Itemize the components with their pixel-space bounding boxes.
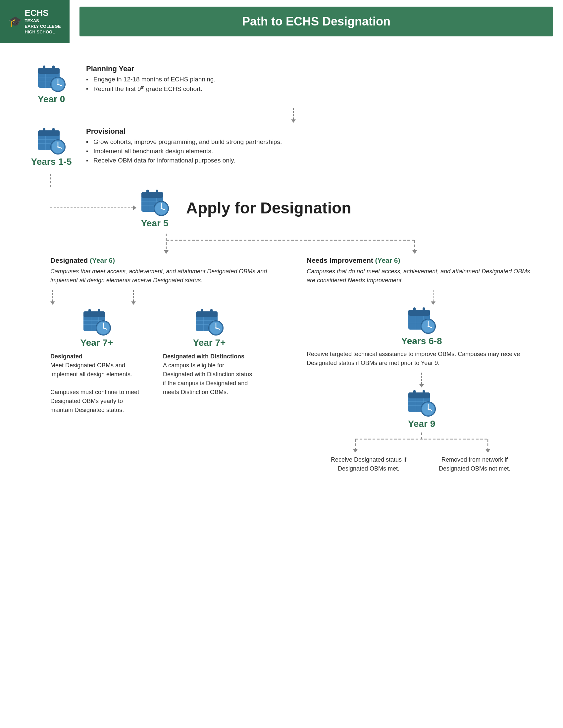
year7-distinction-icon xyxy=(194,306,224,336)
svg-rect-84 xyxy=(408,392,430,398)
header-title: Path to ECHS Designation xyxy=(242,15,391,28)
years68-label: Years 6-8 xyxy=(401,336,442,346)
needs-improvement-col: Needs Improvement (Year 6) Campuses that… xyxy=(294,256,537,473)
year5-calendar-icon xyxy=(140,187,169,217)
year7-distinction-title: Designated with Distinctions xyxy=(163,353,244,360)
svg-rect-15 xyxy=(43,128,45,133)
designated-year6-desc: Campuses that meet access, achievement, … xyxy=(50,267,280,285)
arrow-down-needs xyxy=(330,290,537,305)
svg-marker-101 xyxy=(486,449,490,452)
year5-row: Year 5 Apply for Designation xyxy=(50,187,537,229)
designated-arrows-row xyxy=(50,290,280,305)
years68-section: Years 6-8 Receive targeted technical ass… xyxy=(307,305,537,473)
svg-rect-1 xyxy=(38,68,60,74)
year9-label: Year 9 xyxy=(408,419,436,429)
svg-rect-60 xyxy=(210,309,212,314)
apply-designation-label: Apply for Designation xyxy=(186,199,352,217)
svg-rect-85 xyxy=(413,390,416,395)
year0-label: Year 0 xyxy=(38,94,65,105)
years15-label: Years 1-5 xyxy=(31,157,72,167)
year0-section: Year 0 Planning Year Engage in 12-18 mon… xyxy=(26,63,537,105)
years15-bullet-1: Grow cohorts, improve programming, and b… xyxy=(86,138,537,146)
year9-section: Year 9 Rec xyxy=(322,387,521,473)
year7-designated-icon xyxy=(82,306,112,336)
svg-rect-46 xyxy=(88,309,91,314)
svg-rect-28 xyxy=(146,190,149,195)
svg-rect-14 xyxy=(38,130,60,136)
svg-rect-16 xyxy=(52,128,55,133)
year6-split: Designated (Year 6) Campuses that meet a… xyxy=(50,256,537,473)
year5-arrow-row xyxy=(50,174,537,187)
svg-rect-27 xyxy=(141,192,163,198)
year9-left-text: Receive Designated status if Designated … xyxy=(322,455,415,473)
years15-section: Years 1-5 Provisional Grow cohorts, impr… xyxy=(26,125,537,167)
years68-text: Receive targeted technical assistance to… xyxy=(307,350,537,368)
year7-distinction-label: Year 7+ xyxy=(193,338,226,348)
years15-bullet-3: Receive OBM data for informational purpo… xyxy=(86,157,537,164)
svg-marker-43 xyxy=(412,250,417,253)
header: 🎓 ECHS TEXAS EARLY COLLEGE HIGH SCHOOL P… xyxy=(0,0,563,43)
years15-bullets: Grow cohorts, improve programming, and b… xyxy=(86,138,537,164)
year7-designated-label: Year 7+ xyxy=(80,338,113,348)
svg-rect-58 xyxy=(196,311,217,317)
needs-improvement-year: (Year 6) xyxy=(375,256,400,264)
year9-branch-svg xyxy=(322,432,521,452)
logo-line2: EARLY COLLEGE xyxy=(24,24,61,29)
header-title-box: Path to ECHS Designation xyxy=(79,7,553,36)
year7-designated-text2: Campuses must continue to meet Designate… xyxy=(50,389,139,413)
arrow-down-designated-left xyxy=(50,290,55,305)
year0-icon-col: Year 0 xyxy=(26,63,76,105)
year7-distinction-col: Year 7+ Designated with Distinctions A c… xyxy=(163,306,256,415)
logo-line3: HIGH SCHOOL xyxy=(24,29,61,35)
year7-distinction-body: A campus Is eligible for Designated with… xyxy=(163,362,252,395)
year7-distinction-text: Designated with Distinctions A campus Is… xyxy=(163,352,256,397)
year0-bullet-1: Engage in 12-18 months of ECHS planning. xyxy=(86,76,537,83)
year7-designated-title: Designated xyxy=(50,353,82,360)
svg-rect-59 xyxy=(201,309,203,314)
arrow-down-to-year9 xyxy=(419,373,424,387)
year5-label: Year 5 xyxy=(141,218,168,229)
designated-year6-title: Designated (Year 6) xyxy=(50,256,280,264)
svg-rect-71 xyxy=(408,310,430,316)
years15-text: Provisional Grow cohorts, improve progra… xyxy=(76,125,537,166)
designated-year6-col: Designated (Year 6) Campuses that meet a… xyxy=(50,256,294,473)
svg-rect-45 xyxy=(83,311,105,317)
logo-echs: ECHS xyxy=(24,8,61,18)
needs-improvement-title: Needs Improvement (Year 6) xyxy=(307,256,537,264)
year0-bullets: Engage in 12-18 months of ECHS planning.… xyxy=(86,76,537,93)
year9-branch: Receive Designated status if Designated … xyxy=(322,432,521,473)
svg-rect-73 xyxy=(423,307,425,313)
year0-title: Planning Year xyxy=(86,65,537,73)
year9-right-text: Removed from network if Designated OBMs … xyxy=(428,455,521,473)
logo-icon: 🎓 xyxy=(9,15,22,28)
svg-rect-3 xyxy=(52,66,55,71)
year7-designated-text1: Meet Designated OBMs and implement all d… xyxy=(50,362,132,378)
year9-outcomes: Receive Designated status if Designated … xyxy=(322,455,521,473)
svg-rect-72 xyxy=(413,307,416,313)
svg-marker-40 xyxy=(164,250,168,253)
arrow-year0-to-15 xyxy=(50,108,537,123)
page-container: 🎓 ECHS TEXAS EARLY COLLEGE HIGH SCHOOL P… xyxy=(0,0,563,483)
main-content: Year 0 Planning Year Engage in 12-18 mon… xyxy=(0,43,563,483)
years68-icon xyxy=(407,305,437,335)
svg-rect-47 xyxy=(98,309,100,314)
years15-icon-col: Years 1-5 xyxy=(26,125,76,167)
years15-calendar-icon xyxy=(36,125,66,155)
year0-text: Planning Year Engage in 12-18 months of … xyxy=(76,63,537,95)
designated-year6-year: (Year 6) xyxy=(90,256,115,264)
svg-rect-29 xyxy=(156,190,158,195)
year7-designated-col: Year 7+ Designated Meet Designated OBMs … xyxy=(50,306,143,415)
year5-icon-col: Year 5 xyxy=(140,187,169,229)
year0-bullet-2: Recruit the first 9th grade ECHS cohort. xyxy=(86,85,537,93)
years15-bullet-2: Implement all benchmark design elements. xyxy=(86,148,537,155)
year0-calendar-icon xyxy=(36,63,66,93)
svg-rect-2 xyxy=(43,66,45,71)
years15-title: Provisional xyxy=(86,127,537,136)
needs-improvement-desc: Campuses that do not meet access, achiev… xyxy=(307,267,537,285)
horiz-arrow-to-year5 xyxy=(50,205,136,210)
branch-svg xyxy=(50,234,547,253)
logo-box: 🎓 ECHS TEXAS EARLY COLLEGE HIGH SCHOOL xyxy=(0,0,70,43)
branch-arrows xyxy=(50,234,537,255)
svg-rect-86 xyxy=(423,390,425,395)
svg-marker-99 xyxy=(353,449,358,452)
